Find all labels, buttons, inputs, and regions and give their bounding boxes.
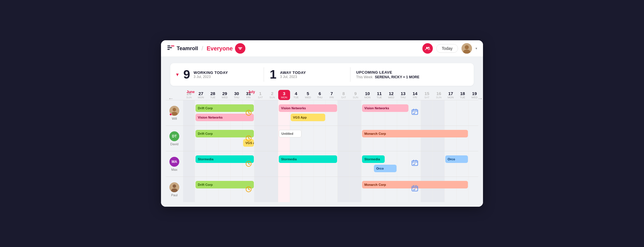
grid-cell[interactable] [302, 126, 314, 151]
upcoming-names: SERENA, RICKY + 1 MORE [375, 75, 419, 79]
date-day: WED [303, 96, 313, 99]
user-avatar-david[interactable]: DT [169, 131, 179, 141]
date-cell-3[interactable]: 3MON [278, 90, 290, 100]
date-cell-2[interactable]: 2SUN [266, 90, 278, 100]
date-cell-28[interactable]: 28TUE [207, 90, 219, 100]
grid-cell[interactable] [266, 100, 278, 126]
grid-cell[interactable] [254, 100, 266, 126]
event-bar[interactable]: Orco [374, 165, 397, 172]
grid-cell[interactable] [350, 151, 361, 177]
away-count: 1 [270, 68, 276, 81]
event-bar[interactable]: VGS App [291, 114, 325, 121]
user-avatar-paul[interactable] [169, 182, 179, 192]
team-button[interactable] [422, 43, 433, 54]
logo: Teamroll [167, 44, 198, 52]
chevron-icon[interactable]: ▾ [475, 46, 477, 50]
date-cell-30[interactable]: 30THU [231, 90, 243, 100]
next-arrow[interactable]: → [477, 95, 483, 102]
date-cell-1[interactable]: 1SAT [254, 90, 266, 100]
grid-cell[interactable] [397, 151, 409, 177]
date-cell-18[interactable]: 18TUE [457, 90, 468, 100]
grid-cell[interactable] [445, 100, 457, 126]
grid-cell[interactable] [314, 126, 326, 151]
grid-cell[interactable] [338, 177, 350, 202]
user-avatar-max[interactable]: MA [169, 157, 179, 167]
grid-cell[interactable] [183, 151, 195, 177]
svg-line-27 [249, 138, 250, 139]
event-bar[interactable]: Monarch Corp [362, 130, 468, 137]
svg-rect-38 [412, 186, 418, 191]
avatar-image [462, 43, 472, 54]
event-bar[interactable]: Stormedia [362, 155, 385, 163]
grid-cell[interactable] [468, 100, 478, 126]
event-bar[interactable]: Drift Corp [196, 130, 254, 137]
grid-cell[interactable] [326, 126, 338, 151]
grid-cell[interactable] [290, 177, 302, 202]
grid-cell[interactable] [338, 126, 350, 151]
date-cell-17[interactable]: 17MON [445, 90, 457, 100]
grid-cell[interactable] [326, 177, 338, 202]
grid-cell[interactable] [468, 177, 478, 202]
event-bar[interactable]: Stormedia [196, 155, 254, 163]
grid-cell[interactable] [350, 177, 361, 202]
grid-cell[interactable] [254, 151, 266, 177]
date-cell-27[interactable]: 27MON [195, 90, 207, 100]
june-label: June [187, 90, 195, 94]
grid-cell[interactable] [314, 177, 326, 202]
date-cell-8[interactable]: 8SAT [338, 90, 350, 100]
date-cell-5[interactable]: 5WED [302, 90, 314, 100]
event-bar[interactable]: Untitled [279, 130, 301, 137]
grid-cell[interactable] [457, 100, 468, 126]
grid-cell[interactable] [433, 151, 445, 177]
date-day: FRI [326, 96, 337, 99]
svg-point-8 [428, 47, 429, 48]
grid-cell[interactable] [254, 126, 266, 151]
date-cell-9[interactable]: 9SUN [350, 90, 361, 100]
grid-cell[interactable] [468, 151, 478, 177]
grid-cell[interactable] [266, 126, 278, 151]
grid-cell[interactable] [266, 151, 278, 177]
grid-cell[interactable] [183, 126, 195, 151]
event-bar[interactable]: Vision Networks [279, 104, 337, 112]
date-cell-14[interactable]: 14FRI [409, 90, 421, 100]
collapse-button[interactable]: ▾ [176, 71, 179, 78]
date-cell-6[interactable]: 6THU [314, 90, 326, 100]
user-column: WillDTDavidMAMaxPaul [166, 100, 183, 202]
date-cell-4[interactable]: 4TUE [290, 90, 302, 100]
user-avatar[interactable] [462, 43, 472, 54]
header-right: Today ▾ [422, 43, 477, 54]
user-name-will: Will [172, 117, 177, 120]
grid-cell[interactable] [350, 126, 361, 151]
grid-cell[interactable] [468, 126, 478, 151]
date-cell-15[interactable]: 15SAT [421, 90, 433, 100]
grid-cell[interactable] [302, 177, 314, 202]
date-cell-29[interactable]: 29WED [219, 90, 231, 100]
grid-cell[interactable] [254, 177, 266, 202]
grid-cell[interactable] [338, 151, 350, 177]
date-cell-7[interactable]: 7FRI [326, 90, 338, 100]
date-cell-12[interactable]: 12WED [385, 90, 397, 100]
grid-cell[interactable] [385, 151, 397, 177]
filter-button[interactable] [235, 43, 245, 54]
prev-arrow[interactable]: ← [168, 95, 174, 102]
grid-cell[interactable] [433, 100, 445, 126]
grid-cell[interactable] [421, 151, 433, 177]
grid-cell[interactable] [183, 177, 195, 202]
grid-cell[interactable] [266, 177, 278, 202]
grid-cell[interactable] [338, 100, 350, 126]
event-bar[interactable]: Stormedia [279, 155, 337, 163]
grid-cell[interactable] [278, 177, 290, 202]
date-cell-13[interactable]: 13THU [397, 90, 409, 100]
event-bar[interactable]: Drift Corp [196, 181, 254, 188]
event-bar[interactable]: Drift Corp [196, 104, 254, 112]
event-bar[interactable]: Orco [445, 155, 468, 163]
event-bar[interactable]: Vision Networks [362, 104, 408, 112]
today-button[interactable]: Today [436, 44, 458, 53]
grid-cell[interactable] [421, 100, 433, 126]
date-cell-11[interactable]: 11TUE [373, 90, 385, 100]
event-bar[interactable]: Vision Networks [196, 114, 254, 121]
grid-cell[interactable] [183, 100, 195, 126]
date-cell-16[interactable]: 16SUN [433, 90, 445, 100]
grid-cell[interactable] [350, 100, 361, 126]
date-cell-10[interactable]: 10MON [361, 90, 373, 100]
